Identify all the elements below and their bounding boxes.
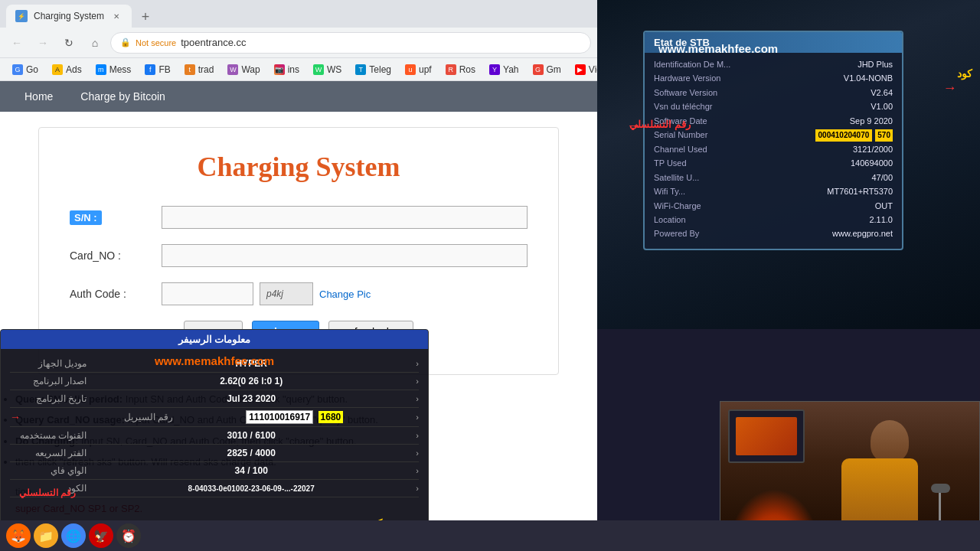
stb-code-annotation: كود (957, 67, 972, 80)
active-tab[interactable]: ⚡ Charging System ✕ (6, 5, 132, 28)
stb-row-hw: Hardware Version V1.04-NONB (654, 73, 893, 84)
tab-favicon: ⚡ (15, 10, 28, 22)
forward-button[interactable]: → (32, 32, 54, 54)
stb-row-wificharge: WiFi-Charge OUT (654, 201, 893, 212)
new-tab-button[interactable]: + (135, 6, 156, 28)
taskbar-firefox-icon[interactable]: 🦊 (6, 523, 31, 548)
bookmark-vid[interactable]: ▶ Vid (569, 61, 597, 78)
address-bar[interactable]: 🔒 Not secure tpoentrance.cc (110, 32, 591, 54)
bookmark-gm[interactable]: G Gm (527, 61, 567, 78)
bookmark-yah[interactable]: Y Yah (483, 61, 524, 78)
bookmark-mess-icon: m (96, 64, 106, 75)
captcha-image: p4kj (260, 282, 313, 305)
bookmark-ros[interactable]: R Ros (439, 61, 482, 78)
stb-row-vsn: Vsn du téléchgr V1.00 (654, 101, 893, 112)
stb-row-serial: Serial Number 000410204070 570 (654, 129, 893, 142)
stb-row-wifi: Wifi Ty... MT7601+RT5370 (654, 186, 893, 197)
tab-bar: ⚡ Charging System ✕ + (0, 0, 597, 28)
sn-input[interactable] (162, 206, 528, 229)
receiver-sw-val: 2.62(0 26 l:0 1) (220, 376, 283, 386)
taskbar: 🦊 📁 🌐 🦅 ⏰ (0, 520, 980, 551)
bookmark-ins[interactable]: 📷 ins (268, 61, 305, 78)
bookmark-wap[interactable]: W Wap (221, 61, 266, 78)
receiver-date-key: تاريخ البرنامج (10, 393, 87, 404)
bookmark-upf-icon: u (405, 64, 416, 75)
taskbar-brave-icon[interactable]: 🦅 (89, 523, 113, 548)
receiver-wifi-key: الواي فاي (10, 465, 87, 476)
auth-code-label: Auth Code : (70, 288, 162, 300)
receiver-serial-key: رقم السيريل (96, 412, 173, 422)
receiver-sw-row: اصدار البرنامج 2.62(0 26 l:0 1) › (10, 373, 419, 390)
bookmark-ws-icon: W (313, 64, 324, 75)
bookmark-ws[interactable]: W WS (307, 61, 348, 78)
taskbar-files-icon[interactable]: 📁 (34, 523, 58, 548)
receiver-nav-4: › (416, 412, 419, 422)
bookmark-yah-icon: Y (489, 64, 500, 75)
receiver-sw-key: اصدار البرنامج (10, 376, 87, 386)
receiver-channels-key: القنوات مستخدمه (10, 430, 87, 441)
receiver-nav-6: › (416, 448, 419, 458)
receiver-nav-8: › (416, 484, 419, 493)
bookmark-mess[interactable]: m Mess (90, 61, 138, 78)
taskbar-chrome-icon[interactable]: 🌐 (61, 523, 86, 548)
auth-code-input[interactable] (162, 282, 253, 305)
stb-overlay: Etat de STB Identification De M... JHD P… (597, 0, 980, 329)
receiver-channels-val: 3010 / 6100 (227, 430, 275, 441)
receiver-serial-main: 111010016917 (246, 410, 313, 424)
stb-code-arrow-icon: ← (943, 80, 957, 96)
receiver-ecm-key: الفتر السريعه (10, 448, 87, 458)
sn-badge: S/N : (70, 210, 102, 225)
page-title: Charging System (70, 151, 528, 183)
receiver-nav-7: › (416, 466, 419, 475)
tab-close-button[interactable]: ✕ (110, 10, 122, 22)
receiver-date-row: تاريخ البرنامج Jul 23 2020 › (10, 390, 419, 408)
receiver-model-key: موديل الجهاز (10, 358, 87, 369)
receiver-nav-5: › (416, 431, 419, 440)
bookmark-ins-icon: 📷 (274, 64, 285, 75)
home-button[interactable]: ⌂ (84, 32, 106, 54)
bookmark-go[interactable]: G Go (6, 61, 44, 78)
stb-row-idm: Identification De M... JHD Plus (654, 59, 893, 70)
receiver-serial-arrow-icon: → (10, 411, 21, 423)
url-display: tpoentrance.cc (181, 37, 246, 48)
card-no-input[interactable] (162, 244, 528, 267)
bookmark-gm-icon: G (533, 64, 544, 75)
stb-arrow-icon: → (626, 116, 642, 134)
receiver-title-bar: معلومات الرسيفر (1, 330, 428, 349)
sn-label: S/N : (70, 211, 162, 223)
nav-home[interactable]: Home (12, 86, 65, 107)
receiver-nav-1: › (416, 359, 419, 368)
receiver-content: موديل الجهاز HYPER › اصدار البرنامج 2.62… (1, 349, 428, 504)
bookmark-teleg-icon: T (355, 64, 366, 75)
stb-row-ch: Channel Used 3121/2000 (654, 144, 893, 155)
back-button[interactable]: ← (6, 32, 28, 54)
bookmark-teleg[interactable]: T Teleg (349, 61, 397, 78)
nav-charge-bitcoin[interactable]: Charge by Bitcoin (68, 86, 178, 107)
stb-row-sat: Satellite U... 47/00 (654, 172, 893, 184)
bookmark-wap-icon: W (227, 64, 238, 75)
bookmark-vid-icon: ▶ (575, 64, 586, 75)
reload-button[interactable]: ↻ (58, 32, 80, 54)
bookmark-upf[interactable]: u upf (399, 61, 438, 78)
serial-number-highlight: 000410204070 (815, 129, 873, 142)
bookmarks-bar: G Go A Ads m Mess f FB t trad W Wap 📷 in… (0, 58, 597, 81)
stb-row-sw: Software Version V2.64 (654, 87, 893, 99)
stb-row-powered: Powered By www.epgpro.net (654, 228, 893, 240)
mic-head (931, 484, 950, 493)
receiver-wifi-val: 34 / 100 (234, 465, 267, 476)
taskbar-clock-icon[interactable]: ⏰ (116, 523, 141, 548)
bookmark-trad-icon: t (185, 64, 195, 75)
receiver-serial-highlight: 1680 (318, 411, 344, 423)
security-icon: 🔒 (120, 37, 131, 47)
tab-label: Charging System (34, 11, 104, 21)
stb-dialog: Etat de STB Identification De M... JHD P… (643, 31, 903, 250)
receiver-wifi-row: الواي فاي 34 / 100 › (10, 462, 419, 480)
receiver-nav-3: › (416, 394, 419, 403)
sn-row: S/N : (70, 206, 528, 229)
change-pic-link[interactable]: Change Pic (319, 289, 371, 300)
bookmark-trad[interactable]: t trad (178, 61, 220, 78)
stb-row-tp: TP Used 140694000 (654, 158, 893, 169)
bookmark-ros-icon: R (446, 64, 456, 75)
bookmark-ads[interactable]: A Ads (46, 61, 88, 78)
bookmark-fb[interactable]: f FB (139, 61, 176, 78)
